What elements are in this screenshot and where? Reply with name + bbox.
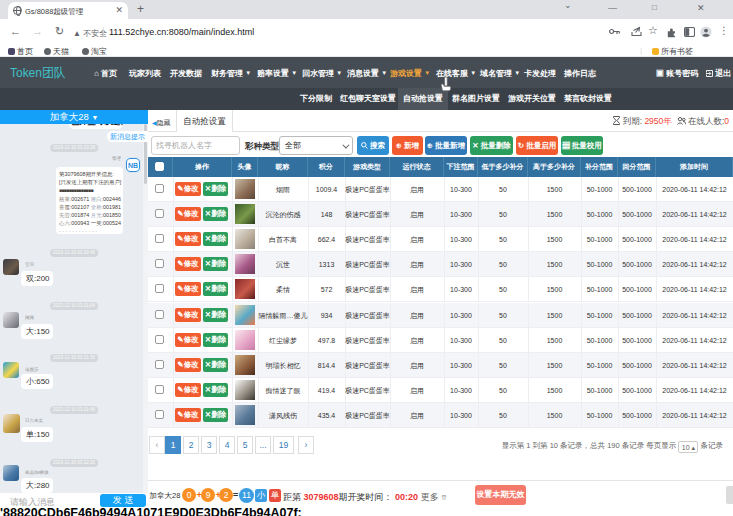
svg-text:NB: NB bbox=[128, 162, 138, 169]
